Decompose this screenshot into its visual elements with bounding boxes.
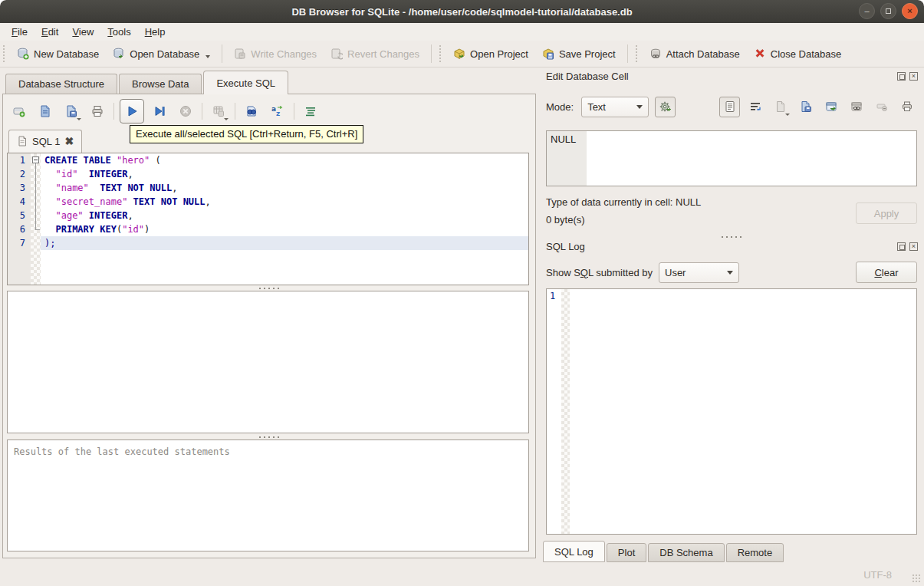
open-sql-file-icon: [38, 104, 52, 118]
edit-cell-close-icon[interactable]: ×: [909, 72, 918, 81]
edit-cell-dock-titlebar: Edit Database Cell ×: [546, 71, 918, 82]
new-database-button[interactable]: New Database: [10, 44, 106, 63]
close-button[interactable]: ×: [902, 3, 918, 19]
execute-line-icon: [153, 104, 166, 118]
apply-auto-button[interactable]: [655, 97, 676, 117]
save-sql-file-button[interactable]: [61, 100, 82, 122]
code-area[interactable]: 1CREATE TABLE "hero" (2 "id" INTEGER,3 "…: [8, 153, 528, 285]
open-project-button[interactable]: Open Project: [446, 44, 535, 63]
menu-file[interactable]: File: [5, 25, 35, 39]
edit-cell-title: Edit Database Cell: [546, 71, 629, 82]
execute-all-icon: [125, 104, 139, 118]
sql-log-dock-titlebar: SQL Log ×: [546, 241, 918, 252]
format-sql-button[interactable]: [300, 100, 321, 122]
sql-toolbar-separator: [113, 103, 114, 120]
new-database-label: New Database: [34, 48, 99, 60]
open-database-label: Open Database: [130, 48, 199, 60]
save-project-button[interactable]: Save Project: [535, 44, 623, 63]
log-fold-margin: [561, 289, 570, 534]
sql-file-icon: [17, 136, 28, 146]
set-null-button: [871, 97, 892, 117]
execute-tooltip: Execute all/selected SQL [Ctrl+Return, F…: [130, 125, 363, 143]
import-dropdown-caret: [785, 114, 790, 116]
save-sql-file-icon: [64, 104, 78, 118]
sql1-tab[interactable]: SQL 1 ✖: [8, 130, 82, 153]
apply-button-label: Apply: [874, 208, 899, 219]
dock-splitter[interactable]: [546, 235, 917, 239]
clear-log-button[interactable]: Clear: [856, 262, 917, 283]
code-line: 4 "secret_name" TEXT NOT NULL,: [8, 195, 528, 209]
stop-icon: [179, 104, 192, 118]
editor-splitter[interactable]: [3, 286, 535, 290]
resize-grip[interactable]: [912, 574, 921, 583]
maximize-button[interactable]: [880, 3, 896, 19]
sql-toolbar-separator: [294, 103, 294, 120]
log-line-number: 1: [550, 291, 555, 301]
code-line: 3 "name" TEXT NOT NULL,: [8, 181, 528, 195]
sql-log-view[interactable]: 1: [546, 288, 917, 535]
minimize-button[interactable]: –: [859, 3, 875, 19]
toolbar-separator: [431, 44, 432, 63]
tab-plot[interactable]: Plot: [607, 543, 646, 562]
tab-execute-sql[interactable]: Execute SQL: [203, 71, 288, 94]
menu-view[interactable]: View: [65, 25, 100, 39]
right-dock-area: Edit Database Cell × Mode: Text: [538, 67, 924, 564]
tab-sql-log[interactable]: SQL Log: [543, 541, 605, 562]
cell-editor[interactable]: NULL: [546, 130, 917, 186]
sql-log-float-icon[interactable]: [897, 242, 906, 251]
open-in-external-button[interactable]: [820, 97, 841, 117]
copy-link-button[interactable]: [846, 97, 866, 117]
menu-edit[interactable]: Edit: [35, 25, 65, 39]
execute-line-button[interactable]: [149, 100, 170, 122]
tab-database-structure[interactable]: Database Structure: [5, 74, 117, 94]
toolbar-drag-handle[interactable]: [635, 44, 639, 63]
auto-complete-button[interactable]: az: [267, 100, 288, 122]
maximize-icon: [886, 8, 891, 14]
close-database-button[interactable]: Close Database: [747, 44, 849, 63]
results-grid-pane[interactable]: [7, 291, 529, 433]
revert-changes-label: Revert Changes: [347, 48, 419, 60]
results-message-pane[interactable]: Results of the last executed statements: [7, 440, 529, 551]
tab-browse-data[interactable]: Browse Data: [119, 74, 202, 94]
log-line-gutter: [547, 289, 561, 534]
find-replace-icon: [245, 104, 258, 118]
print-sql-button[interactable]: [87, 100, 108, 122]
menu-help[interactable]: Help: [138, 25, 173, 39]
toolbar-drag-handle[interactable]: [2, 44, 6, 63]
word-wrap-button[interactable]: [745, 97, 765, 117]
menu-tools[interactable]: Tools: [100, 25, 137, 39]
text-mode-button[interactable]: [719, 97, 740, 117]
export-cell-button[interactable]: [795, 97, 816, 117]
open-database-icon: [113, 48, 125, 60]
sql-log-close-icon[interactable]: ×: [909, 242, 918, 251]
save-sql-dropdown-caret[interactable]: [77, 118, 81, 120]
attach-database-button[interactable]: Attach Database: [643, 44, 747, 63]
sql-editor[interactable]: 1CREATE TABLE "hero" (2 "id" INTEGER,3 "…: [7, 153, 529, 285]
find-replace-button[interactable]: [241, 100, 262, 122]
open-database-button[interactable]: Open Database: [106, 44, 217, 63]
print-icon: [901, 100, 913, 113]
print-cell-button[interactable]: [896, 97, 917, 117]
window-title: DB Browser for SQLite - /home/user/code/…: [291, 6, 632, 18]
toolbar-drag-handle[interactable]: [439, 44, 442, 63]
open-project-icon: [453, 48, 465, 60]
sql1-tab-close-icon[interactable]: ✖: [64, 137, 74, 145]
open-database-dropdown-caret[interactable]: [206, 55, 210, 58]
log-filter-value: User: [665, 267, 686, 278]
app-window: DB Browser for SQLite - /home/user/code/…: [0, 0, 924, 586]
edit-cell-float-icon[interactable]: [897, 72, 906, 81]
log-filter-combo[interactable]: User: [659, 262, 739, 283]
attach-database-label: Attach Database: [666, 48, 740, 60]
tab-remote[interactable]: Remote: [726, 543, 784, 562]
format-sql-icon: [304, 104, 317, 118]
open-sql-file-button[interactable]: [35, 100, 56, 122]
sql-toolbar: az: [6, 97, 324, 126]
tab-db-schema[interactable]: DB Schema: [648, 543, 724, 562]
new-sql-tab-button[interactable]: [8, 100, 30, 122]
results-splitter[interactable]: [3, 435, 535, 439]
cell-size-info: 0 byte(s): [546, 214, 585, 226]
mode-combo[interactable]: Text: [581, 97, 649, 117]
results-placeholder: Results of the last executed statements: [8, 440, 528, 457]
execute-all-button[interactable]: [120, 99, 144, 123]
titlebar[interactable]: DB Browser for SQLite - /home/user/code/…: [0, 0, 924, 23]
